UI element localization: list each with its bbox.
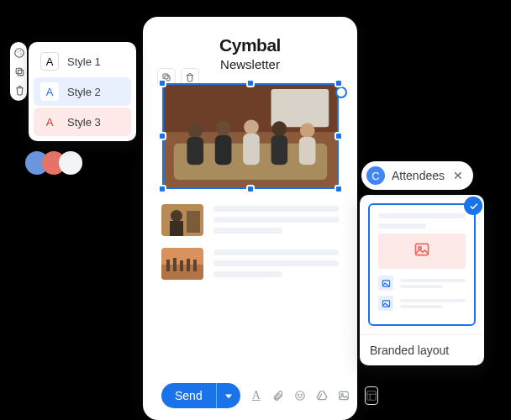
svg-point-0: [15, 49, 24, 58]
style-swatch-blue: A: [40, 82, 59, 101]
svg-point-20: [299, 123, 314, 138]
send-button[interactable]: Send: [161, 383, 216, 408]
resize-handle-br[interactable]: [335, 185, 343, 193]
svg-rect-25: [187, 211, 200, 233]
svg-point-14: [215, 121, 230, 136]
side-tool-strip: [10, 42, 27, 101]
svg-rect-31: [187, 259, 190, 271]
palette-dots: [25, 151, 82, 175]
send-options-caret[interactable]: [216, 383, 240, 408]
list-item[interactable]: [161, 204, 339, 236]
style-option-3[interactable]: A Style 3: [34, 108, 131, 136]
svg-point-34: [298, 394, 298, 395]
svg-rect-19: [271, 135, 287, 165]
hero-image[interactable]: [162, 83, 339, 189]
svg-rect-15: [214, 135, 231, 165]
resize-handle-tm[interactable]: [246, 79, 255, 87]
thumbnail-image: [161, 248, 203, 280]
check-icon: [464, 197, 482, 215]
image-icon: [414, 241, 430, 262]
svg-rect-5: [16, 68, 22, 74]
svg-rect-30: [180, 260, 183, 271]
resize-handle-ml[interactable]: [158, 132, 166, 140]
placeholder-lines: [213, 248, 339, 277]
image-icon: [378, 276, 393, 291]
newsletter-editor: Cymbal Newsletter: [143, 17, 357, 420]
attach-icon[interactable]: [271, 388, 286, 403]
svg-rect-29: [173, 258, 176, 271]
style-option-2[interactable]: A Style 2: [34, 77, 131, 106]
layout-preview-hero: [378, 234, 466, 269]
svg-point-33: [295, 391, 304, 401]
svg-point-18: [271, 121, 287, 136]
format-icon[interactable]: A: [249, 388, 264, 403]
layout-template-card[interactable]: Branded layout: [360, 195, 484, 365]
svg-rect-28: [166, 260, 170, 271]
layout-template-label: Branded layout: [360, 334, 484, 365]
resize-handle-tr[interactable]: [335, 79, 343, 87]
svg-point-12: [187, 123, 203, 138]
style-label: Style 1: [67, 55, 101, 68]
send-split-button: Send: [161, 383, 240, 408]
layout-preview: [368, 203, 476, 326]
svg-point-16: [244, 119, 259, 134]
rotate-handle[interactable]: [335, 87, 347, 98]
resize-handle-bl[interactable]: [158, 185, 166, 193]
list-item[interactable]: [161, 248, 339, 280]
chip-label: Attendees: [392, 169, 445, 182]
svg-point-3: [20, 53, 21, 54]
svg-rect-21: [298, 137, 315, 165]
svg-rect-4: [18, 70, 23, 76]
avatar: C: [366, 166, 385, 185]
content-rows: [161, 204, 339, 280]
selected-image-frame[interactable]: [162, 83, 339, 189]
close-icon[interactable]: ✕: [451, 169, 465, 182]
svg-point-2: [19, 50, 20, 51]
image-icon: [378, 296, 393, 311]
copy-icon[interactable]: [13, 65, 26, 78]
resize-handle-bm[interactable]: [246, 185, 255, 193]
svg-point-23: [171, 210, 182, 222]
brand-title: Cymbal: [161, 35, 339, 55]
style-swatch-red: A: [40, 113, 59, 131]
svg-rect-39: [416, 244, 429, 255]
svg-point-1: [18, 51, 18, 52]
svg-rect-24: [170, 221, 183, 236]
placeholder-lines: [213, 204, 339, 234]
palette-color-3[interactable]: [59, 151, 82, 175]
svg-rect-32: [193, 260, 197, 271]
style-option-1[interactable]: A Style 1: [34, 47, 131, 76]
resize-handle-mr[interactable]: [335, 132, 343, 140]
drive-icon[interactable]: [314, 388, 329, 403]
compose-toolbar: Send A: [161, 375, 339, 408]
thumbnail-image: [161, 204, 203, 236]
svg-rect-17: [243, 134, 260, 165]
emoji-icon[interactable]: [292, 388, 308, 403]
style-label: Style 3: [67, 116, 101, 129]
image-icon[interactable]: [336, 388, 351, 403]
style-picker-panel: A Style 1 A Style 2 A Style 3: [29, 42, 136, 141]
svg-rect-13: [187, 137, 203, 165]
trash-icon[interactable]: [13, 83, 26, 97]
recipient-chip[interactable]: C Attendees ✕: [361, 161, 473, 190]
palette-icon[interactable]: [13, 46, 26, 60]
svg-rect-38: [366, 391, 376, 401]
layout-icon[interactable]: [365, 386, 378, 405]
style-swatch-default: A: [40, 52, 59, 71]
resize-handle-tl[interactable]: [158, 79, 166, 87]
svg-rect-36: [339, 391, 348, 399]
svg-point-35: [301, 394, 302, 395]
style-label: Style 2: [67, 86, 101, 98]
